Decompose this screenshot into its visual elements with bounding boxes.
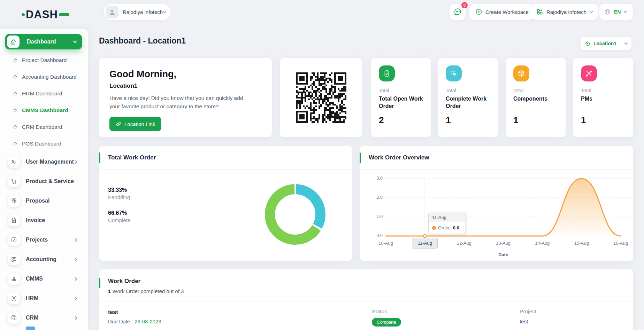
sidebar-item-hrm-dashboard[interactable]: HRM Dashboard — [0, 85, 88, 102]
x-tick-label: 14-Aug — [528, 241, 557, 246]
y-tick-label: 0.0 — [369, 233, 383, 238]
chevron-right-icon — [74, 238, 77, 242]
y-tick-label: 3.0 — [369, 176, 383, 181]
user-scan-icon — [8, 292, 20, 304]
bullet-icon — [13, 125, 17, 129]
project-label: Project — [520, 308, 536, 315]
chevron-down-icon — [590, 10, 593, 13]
chevron-right-icon — [74, 258, 77, 261]
bullet-icon — [13, 142, 17, 146]
sidebar-item-label: Dashboard — [27, 39, 56, 45]
workspace-label: Rajodiya infotech — [546, 9, 586, 15]
y-tick-label: 2.0 — [369, 195, 383, 200]
stat-kicker: Total — [513, 88, 524, 93]
card-header: Work Order — [99, 269, 633, 285]
qr-code — [296, 72, 346, 123]
x-tick-label: 16-Aug — [606, 241, 635, 246]
location-link-button[interactable]: Location Link — [109, 117, 161, 131]
language-code: EN — [614, 9, 621, 15]
copy-icon — [8, 312, 20, 324]
status-badge: Complete — [372, 318, 401, 327]
app-logo[interactable]: DASH — [22, 8, 69, 21]
chevron-down-icon — [624, 41, 628, 45]
stat-card-pms: Total PMs 1 — [573, 58, 633, 137]
work-order-overview-card: Work Order Overview 3.02.01.00.0 10-Aug1… — [360, 146, 633, 261]
work-order-due-date: Due Date : 26-08-2023 — [108, 319, 161, 324]
chart-tooltip: 11-Aug Order: 0.0 — [428, 213, 465, 234]
stat-kicker: Total — [446, 88, 456, 93]
sidebar-item-product-service[interactable]: Product & Service — [0, 172, 88, 191]
sidebar-item-accounting-dashboard[interactable]: Accounting Dashboard — [0, 69, 88, 85]
user-workspace-pill[interactable]: Rajodiya infotech — [104, 4, 171, 20]
donut-chart[interactable] — [265, 184, 325, 245]
chevron-down-icon — [163, 10, 167, 13]
chevron-right-icon — [74, 297, 77, 300]
sidebar-item-crm[interactable]: CRM — [0, 308, 88, 328]
circles-icon — [8, 273, 20, 285]
y-tick-label: 1.0 — [369, 214, 383, 219]
bullet-icon — [13, 92, 17, 95]
card-header: Total Work Order — [99, 146, 352, 170]
sidebar-item-hrm[interactable]: HRM — [0, 289, 88, 308]
sidebar-item-projects[interactable]: Projects — [0, 230, 88, 250]
x-tick-label: 12-Aug — [450, 241, 479, 246]
work-order-card: Work Order 1 Work Order completed out of… — [99, 269, 633, 330]
tooltip-series: Order: — [438, 225, 451, 230]
bullet-icon — [13, 109, 17, 112]
partial-blue-element — [26, 327, 35, 330]
chat-bubble-icon — [453, 8, 462, 16]
workspace-switcher[interactable]: Rajodiya infotech — [531, 4, 598, 20]
sidebar-item-cmms-dashboard[interactable]: CMMS Dashboard — [0, 102, 88, 119]
tooltip-date: 11-Aug — [429, 213, 465, 222]
user-pill-label: Rajodiya infotech — [123, 9, 163, 15]
card-title: Total Work Order — [108, 154, 156, 161]
sidebar-item-project-dashboard[interactable]: Project Dashboard — [0, 52, 88, 69]
sidebar-item-user-management[interactable]: User Management — [0, 152, 88, 172]
chevron-right-icon — [74, 277, 77, 281]
globe-icon — [604, 8, 611, 15]
grid-plus-icon — [8, 253, 20, 265]
location-filter-dropdown[interactable]: Location1 — [581, 37, 631, 50]
location-link-label: Location Link — [124, 121, 155, 127]
sidebar-item-dashboard[interactable]: Dashboard — [5, 34, 82, 49]
create-workspace-button[interactable]: Create Workspace — [469, 4, 535, 20]
sidebar-item-cmms[interactable]: CMMS — [0, 269, 88, 289]
grid-plus-icon — [536, 8, 543, 15]
avatar — [106, 6, 118, 18]
stat-card-components: Total Components 1 — [506, 58, 566, 137]
page-title: Dashboard - Location1 — [99, 36, 186, 46]
x-tick-label: 13-Aug — [489, 241, 518, 246]
layout-boxes-icon — [8, 195, 20, 207]
stat-label: PMs — [581, 95, 626, 103]
messages-button[interactable]: 0 — [450, 4, 466, 20]
chevron-right-icon — [74, 160, 77, 164]
sidebar-item-pos-dashboard[interactable]: POS Dashboard — [0, 135, 88, 152]
tools-icon — [581, 65, 597, 81]
stat-value: 1 — [513, 115, 518, 126]
sidebar-item-invoice[interactable]: Invoice — [0, 211, 88, 230]
greeting-location: Location1 — [109, 82, 261, 89]
work-order-summary: 1 Work Order completed out of 3 — [99, 285, 633, 301]
sidebar-item-crm-dashboard[interactable]: CRM Dashboard — [0, 119, 88, 135]
clipboard-check-icon — [379, 65, 395, 81]
area-chart[interactable]: 3.02.01.00.0 10-Aug11-Aug12-Aug13-Aug14-… — [360, 170, 633, 261]
document-icon — [8, 214, 20, 226]
work-order-row: test Due Date : 26-08-2023 Status Comple… — [99, 301, 633, 330]
cursor-click-icon — [446, 65, 462, 81]
total-work-order-card: Total Work Order 33.33% Pandding 66.67% … — [99, 146, 352, 261]
donut-legend-pandding: 33.33% Pandding — [108, 187, 130, 200]
stat-card-open-work-order: Total Total Open Work Order 2 — [371, 58, 431, 137]
work-order-name[interactable]: test — [108, 309, 161, 315]
x-tick-label: 10-Aug — [371, 241, 400, 246]
card-title: Work Order Overview — [369, 154, 429, 161]
home-icon — [7, 36, 20, 48]
plus-circle-icon — [475, 8, 482, 15]
language-selector[interactable]: EN — [599, 4, 633, 20]
sidebar-item-accounting[interactable]: Accounting — [0, 250, 88, 269]
qr-card — [280, 58, 362, 137]
stat-label: Complete Work Order — [446, 95, 491, 110]
sidebar-item-proposal[interactable]: Proposal — [0, 191, 88, 211]
stat-kicker: Total — [379, 88, 389, 93]
x-tick-label: 11-Aug — [412, 238, 438, 249]
check-square-icon — [8, 234, 20, 246]
